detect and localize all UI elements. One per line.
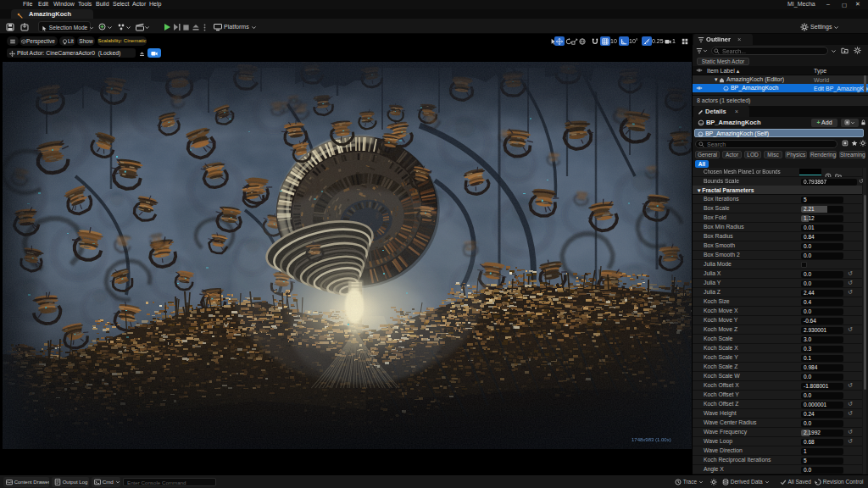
svg-text:1748x983 (1.00x): 1748x983 (1.00x) bbox=[632, 437, 671, 442]
